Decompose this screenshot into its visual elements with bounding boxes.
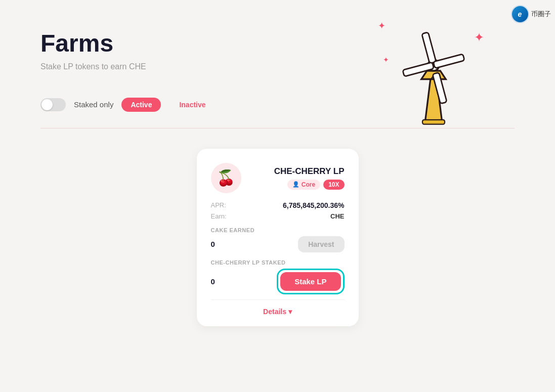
- stake-lp-button[interactable]: Stake LP: [280, 272, 340, 291]
- badge-core: 👤 Core: [287, 180, 320, 190]
- apr-value: 6,785,845,200.36%: [283, 201, 344, 209]
- watermark-text: 币圈子: [531, 10, 551, 19]
- apr-label: APR:: [211, 201, 226, 209]
- page-subtitle: Stake LP tokens to earn CHE: [40, 62, 515, 71]
- tab-inactive-button[interactable]: Inactive: [169, 97, 216, 113]
- card-title-area: CHE-CHERRY LP 👤 Core 10X: [274, 166, 345, 190]
- toggle-knob: [41, 99, 53, 110]
- badge-core-label: Core: [302, 181, 315, 188]
- harvest-button[interactable]: Harvest: [298, 236, 344, 252]
- cherry-emoji: 🍒: [217, 169, 235, 187]
- card-header: 🍒 CHE-CHERRY LP 👤 Core 10X: [211, 163, 345, 193]
- earn-row: Earn: CHE: [211, 212, 345, 220]
- earn-value: CHE: [330, 212, 344, 220]
- earn-label: Earn:: [211, 212, 227, 220]
- controls-row: Staked only Active Inactive: [40, 97, 515, 113]
- chevron-down-icon: ▾: [288, 308, 292, 316]
- page-title: Farms: [40, 30, 515, 57]
- watermark: e 币圈子: [510, 4, 551, 24]
- core-icon: 👤: [292, 181, 300, 188]
- farm-icon: 🍒: [211, 163, 241, 193]
- main-content: Farms Stake LP tokens to earn CHE Staked…: [0, 0, 555, 357]
- section-divider: [40, 128, 515, 128]
- tab-active-button[interactable]: Active: [121, 98, 161, 112]
- cake-earned-label: CAKE EARNED: [211, 227, 345, 233]
- staked-row: 0 Stake LP: [211, 269, 345, 294]
- badge-multiplier: 10X: [323, 180, 344, 190]
- staked-only-label: Staked only: [74, 100, 113, 109]
- cake-earned-amount: 0: [211, 240, 215, 248]
- watermark-icon: e: [511, 5, 529, 23]
- farm-card: 🍒 CHE-CHERRY LP 👤 Core 10X APR: 6,7: [197, 149, 359, 326]
- details-section: Details ▾: [211, 299, 345, 316]
- cake-earned-row: 0 Harvest: [211, 236, 345, 252]
- badges: 👤 Core 10X: [274, 180, 345, 190]
- staked-label: CHE-CHERRY LP STAKED: [211, 259, 345, 266]
- stake-lp-wrapper: Stake LP: [277, 269, 344, 294]
- details-label: Details: [263, 308, 286, 316]
- details-link[interactable]: Details ▾: [263, 308, 292, 316]
- staked-amount: 0: [211, 277, 215, 286]
- apr-row: APR: 6,785,845,200.36%: [211, 201, 345, 209]
- farm-card-title: CHE-CHERRY LP: [274, 166, 345, 177]
- staked-only-toggle[interactable]: [40, 98, 66, 111]
- farms-grid: 🍒 CHE-CHERRY LP 👤 Core 10X APR: 6,7: [40, 149, 515, 326]
